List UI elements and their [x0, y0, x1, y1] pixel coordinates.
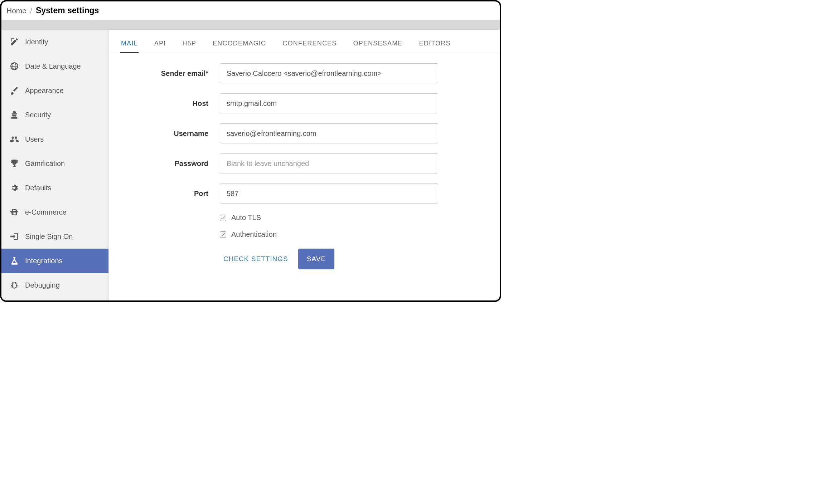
sidebar-item-gamification[interactable]: Gamification: [1, 151, 108, 176]
sidebar-item-appearance[interactable]: Appearance: [1, 78, 108, 103]
sidebar-item-label: Identity: [25, 38, 48, 46]
breadcrumb-home[interactable]: Home: [6, 6, 26, 15]
auto-tls-label: Auto TLS: [231, 214, 261, 222]
paintbrush-icon: [9, 85, 19, 96]
sidebar-item-identity[interactable]: Identity: [1, 30, 108, 54]
sidebar-item-integrations[interactable]: Integrations: [1, 249, 108, 273]
main-content: MAIL API H5P ENCODEMAGIC CONFERENCES OPE…: [109, 30, 500, 300]
sidebar-item-defaults[interactable]: Defaults: [1, 176, 108, 200]
header-divider-bar: [1, 20, 500, 30]
trophy-icon: [9, 158, 19, 168]
tab-bar: MAIL API H5P ENCODEMAGIC CONFERENCES OPE…: [109, 30, 500, 53]
globe-icon: [9, 61, 19, 71]
sidebar-item-security[interactable]: Security: [1, 103, 108, 127]
sidebar-item-label: e-Commerce: [25, 208, 67, 216]
sidebar-item-date-language[interactable]: Date & Language: [1, 54, 108, 78]
signin-icon: [9, 231, 19, 241]
sidebar-item-sso[interactable]: Single Sign On: [1, 224, 108, 249]
sidebar-item-label: Integrations: [25, 257, 63, 265]
save-button[interactable]: SAVE: [298, 249, 334, 269]
label-host: Host: [123, 99, 220, 108]
authentication-checkbox[interactable]: [220, 231, 226, 238]
label-username: Username: [123, 129, 220, 138]
breadcrumb: Home / System settings: [1, 1, 500, 20]
tab-encodemagic[interactable]: ENCODEMAGIC: [212, 36, 267, 53]
settings-sidebar: Identity Date & Language Appearance Secu…: [1, 30, 109, 300]
sidebar-item-label: Single Sign On: [25, 233, 73, 241]
sidebar-item-label: Security: [25, 111, 51, 119]
sidebar-item-label: Defaults: [25, 184, 51, 192]
tab-editors[interactable]: EDITORS: [419, 36, 451, 53]
host-field[interactable]: [220, 93, 438, 113]
gears-icon: [9, 183, 19, 193]
port-field[interactable]: [220, 184, 438, 204]
tab-api[interactable]: API: [154, 36, 167, 53]
sidebar-item-label: Debugging: [25, 281, 60, 289]
tab-h5p[interactable]: H5P: [182, 36, 197, 53]
bug-icon: [9, 280, 19, 290]
label-password: Password: [123, 160, 220, 168]
check-settings-button[interactable]: CHECK SETTINGS: [221, 249, 291, 269]
sidebar-item-users[interactable]: Users: [1, 127, 108, 151]
sidebar-item-ecommerce[interactable]: e-Commerce: [1, 200, 108, 224]
breadcrumb-separator: /: [30, 6, 32, 15]
password-field[interactable]: [220, 153, 438, 173]
basket-icon: [9, 207, 19, 217]
auto-tls-checkbox[interactable]: [220, 215, 226, 221]
username-field[interactable]: [220, 123, 438, 143]
authentication-label: Authentication: [231, 230, 277, 239]
pencil-square-icon: [9, 37, 19, 47]
tab-opensesame[interactable]: OPENSESAME: [353, 36, 403, 53]
agent-icon: [9, 110, 19, 120]
sidebar-item-label: Gamification: [25, 160, 65, 168]
label-sender-email: Sender email*: [123, 69, 220, 78]
sender-email-field[interactable]: [220, 63, 438, 83]
flask-icon: [9, 256, 19, 266]
sidebar-item-label: Date & Language: [25, 62, 81, 70]
sidebar-item-label: Users: [25, 135, 44, 143]
users-icon: [9, 134, 19, 144]
tab-conferences[interactable]: CONFERENCES: [282, 36, 337, 53]
page-title: System settings: [36, 6, 99, 15]
label-port: Port: [123, 190, 220, 198]
sidebar-item-label: Appearance: [25, 87, 64, 95]
tab-mail[interactable]: MAIL: [120, 36, 139, 53]
mail-form: Sender email* Host Username Password Por: [109, 53, 500, 300]
sidebar-item-debugging[interactable]: Debugging: [1, 273, 108, 297]
